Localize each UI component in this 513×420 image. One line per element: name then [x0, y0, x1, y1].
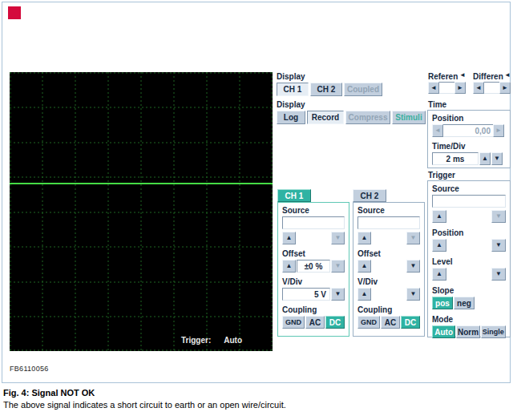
ch2-source-input[interactable]	[357, 216, 420, 229]
ch2-panel: Source ▲ ▼ Offset ▲ ▼ V/Div ▲ ▼ Coupling…	[353, 202, 425, 337]
ch1-offset-dropdown-icon[interactable]: ▼	[331, 260, 345, 273]
display-ch1-button[interactable]: CH 1	[277, 83, 309, 96]
trigger-slope-label: Slope	[432, 286, 506, 295]
timediv-up-icon[interactable]: ▲	[479, 152, 491, 165]
trigger-mode-row: Auto Norm Single	[432, 325, 506, 338]
slope-pos-button[interactable]: pos	[432, 297, 453, 309]
time-position-left-icon[interactable]: ◄	[432, 124, 443, 137]
ch1-header-button[interactable]: CH 1	[277, 189, 311, 202]
reference-value	[439, 82, 454, 94]
trigger-level-controls: ▲ ▼	[432, 268, 506, 281]
time-position-right-icon[interactable]: ►	[493, 124, 504, 137]
differential-spinner: ◄ ►	[473, 82, 511, 94]
timediv-down-icon[interactable]: ▼	[491, 152, 503, 165]
ch2-source-dropdown-icon[interactable]: ▼	[406, 232, 420, 244]
ch2-header-button[interactable]: CH 2	[353, 189, 386, 202]
reference-spinner: ◄ ►	[428, 82, 466, 94]
display-ch2-button[interactable]: CH 2	[310, 83, 342, 96]
ch1-vdiv-value: 5 V	[282, 288, 330, 301]
time-position-spinner: ◄ 0,00 ►	[432, 124, 504, 137]
trigger-position-controls: ▲ ▼	[432, 239, 506, 252]
ch1-source-label: Source	[282, 206, 345, 215]
ch2-offset-dropdown-icon[interactable]: ▼	[406, 260, 420, 273]
ch1-source-input[interactable]	[282, 216, 345, 229]
ch2-ac-button[interactable]: AC	[381, 316, 400, 329]
trigger-mode-label: Mode	[432, 315, 506, 324]
ch2-coupling-row: GND AC DC	[357, 316, 420, 329]
trigger-source-input[interactable]	[432, 195, 506, 208]
ch2-dc-button[interactable]: DC	[401, 316, 420, 329]
caption-title: Fig. 4: Signal NOT OK	[3, 388, 95, 398]
time-position-label: Position	[432, 114, 506, 123]
differential-label: Differen	[473, 72, 503, 81]
trigger-position-up-icon[interactable]: ▲	[432, 239, 446, 252]
display-modes-label: Display	[277, 100, 305, 109]
mode-single-button[interactable]: Single	[481, 325, 506, 338]
ch2-offset-up-icon[interactable]: ▲	[357, 260, 371, 273]
differential-label-row: Differen ◄	[473, 72, 511, 81]
scope-trigger-value: Auto	[224, 336, 242, 345]
slope-neg-button[interactable]: neg	[454, 297, 475, 309]
differential-value	[484, 82, 499, 94]
record-button[interactable]: Record	[307, 111, 344, 124]
ch2-offset-controls: ▲ ▼	[357, 260, 420, 273]
ch1-gnd-button[interactable]: GND	[282, 316, 305, 329]
ch1-ac-button[interactable]: AC	[305, 316, 325, 329]
scope-trigger-label: Trigger:	[181, 336, 211, 345]
ch1-offset-up-icon[interactable]: ▲	[282, 260, 296, 273]
display-coupled-button[interactable]: Coupled	[344, 83, 382, 96]
differential-left-icon[interactable]: ◄	[473, 82, 484, 94]
ch2-source-up-icon[interactable]: ▲	[357, 232, 371, 244]
trigger-group-label: Trigger	[428, 171, 455, 180]
reference-right-icon[interactable]: ►	[454, 82, 466, 94]
display-modes-row: Log Record Compress Stimuli	[277, 111, 426, 124]
mode-auto-button[interactable]: Auto	[432, 325, 455, 338]
trigger-source-up-icon[interactable]: ▲	[432, 210, 446, 223]
timediv-row: 2 ms ▲ ▼	[432, 152, 506, 165]
ch2-source-label: Source	[357, 206, 420, 215]
stimuli-button[interactable]: Stimuli	[392, 111, 426, 124]
ch1-offset-controls: ▲ ±0 % ▼	[282, 260, 345, 273]
time-group: Position ◄ 0,00 ► Time/Div 2 ms ▲ ▼	[427, 110, 511, 168]
ch2-coupling-label: Coupling	[357, 305, 420, 314]
timediv-value: 2 ms	[432, 152, 479, 165]
ch1-source-controls: ▲ ▼	[282, 232, 345, 244]
reference-label-row: Referen ◄	[428, 72, 466, 81]
ch1-source-up-icon[interactable]: ▲	[282, 232, 296, 244]
display-channels-label: Display	[277, 72, 305, 81]
trigger-slope-row: pos neg	[432, 297, 506, 309]
ch1-offset-label: Offset	[282, 249, 345, 258]
ch1-vdiv-label: V/Div	[282, 277, 345, 286]
ch2-vdiv-dropdown-icon[interactable]: ▼	[406, 288, 420, 301]
ch2-gnd-button[interactable]: GND	[357, 316, 380, 329]
ch2-vdiv-label: V/Div	[357, 277, 420, 286]
compress-button[interactable]: Compress	[345, 111, 390, 124]
log-button[interactable]: Log	[277, 111, 305, 124]
ch1-offset-value: ±0 %	[297, 260, 330, 273]
ch2-offset-label: Offset	[357, 249, 420, 258]
caption-text: The above signal indicates a short circu…	[3, 400, 286, 410]
ch1-coupling-row: GND AC DC	[282, 316, 345, 329]
trigger-level-up-icon[interactable]: ▲	[432, 268, 446, 281]
differential-right-icon[interactable]: ►	[499, 82, 511, 94]
ch2-vdiv-up-icon[interactable]: ▲	[357, 288, 371, 301]
timediv-label: Time/Div	[432, 142, 506, 151]
figure-frame: Trigger: Auto Display CH 1 CH 2 Coupled …	[2, 2, 511, 383]
figure-code: FB6110056	[10, 365, 49, 373]
ch1-vdiv-dropdown-icon[interactable]: ▼	[331, 288, 345, 301]
scope-trigger-readout: Trigger: Auto	[181, 336, 242, 345]
trigger-source-dropdown-icon[interactable]: ▼	[491, 210, 506, 223]
scope-screen: Trigger: Auto	[10, 72, 273, 351]
ch1-dc-button[interactable]: DC	[325, 316, 345, 329]
trigger-level-label: Level	[432, 257, 506, 266]
reference-label: Referen	[428, 72, 458, 81]
trigger-position-dropdown-icon[interactable]: ▼	[491, 239, 506, 252]
trigger-level-dropdown-icon[interactable]: ▼	[491, 268, 506, 281]
mode-norm-button[interactable]: Norm	[456, 325, 479, 338]
ch1-source-dropdown-icon[interactable]: ▼	[331, 232, 345, 244]
reference-more-icon: ◄	[459, 72, 466, 81]
ch1-panel: Source ▲ ▼ Offset ▲ ±0 % ▼ V/Div 5 V ▼ C…	[277, 202, 349, 337]
scope-grid	[10, 72, 273, 351]
reference-left-icon[interactable]: ◄	[428, 82, 439, 94]
trigger-group: Source ▲ ▼ Position ▲ ▼ Level ▲ ▼ Slope …	[427, 180, 511, 337]
